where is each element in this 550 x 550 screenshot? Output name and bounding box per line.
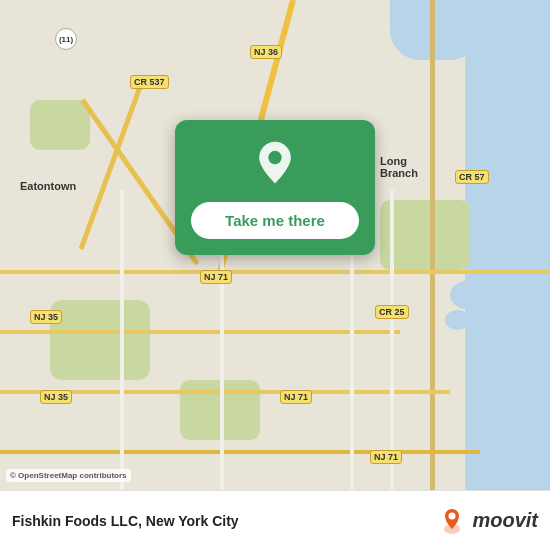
road-v1	[120, 190, 124, 490]
svg-point-0	[268, 151, 281, 164]
moovit-icon	[438, 507, 466, 535]
bottom-bar: Fishkin Foods LLC, New York City moovit	[0, 490, 550, 550]
road-v3	[350, 240, 354, 490]
osm-attribution: © OpenStreetMap contributors	[6, 469, 131, 482]
green-area-1	[50, 300, 150, 380]
road-label-nj71-2: NJ 71	[280, 390, 312, 404]
road-h1	[0, 270, 550, 274]
place-label-eatontown: Eatontown	[20, 180, 76, 192]
green-area-3	[30, 100, 90, 150]
road-vertical-right	[430, 0, 435, 490]
take-me-there-button[interactable]: Take me there	[191, 202, 359, 239]
water-inlet1	[450, 280, 490, 310]
road-label-nj36-top: NJ 36	[250, 45, 282, 59]
road-h2	[0, 330, 400, 334]
road-label-nj35-1: NJ 35	[30, 310, 62, 324]
water-ocean	[465, 0, 550, 490]
road-h4	[0, 450, 480, 454]
road-label-11: (11)	[55, 28, 77, 50]
location-name: Fishkin Foods LLC, New York City	[12, 513, 239, 529]
road-v4	[390, 190, 394, 490]
bottom-info: Fishkin Foods LLC, New York City	[12, 513, 239, 529]
svg-point-2	[449, 512, 456, 519]
road-label-nj71-1: NJ 71	[200, 270, 232, 284]
map-container: NJ 36 NJ 36 CR 537 NJ 71 NJ 71 NJ 71 NJ …	[0, 0, 550, 490]
road-label-cr25: CR 25	[375, 305, 409, 319]
place-label-long-branch: LongBranch	[380, 155, 418, 179]
road-label-nj35-2: NJ 35	[40, 390, 72, 404]
card-overlay: Take me there	[175, 120, 375, 255]
location-pin-icon	[250, 140, 300, 190]
moovit-logo: moovit	[438, 507, 538, 535]
road-label-nj71-3: NJ 71	[370, 450, 402, 464]
water-inlet2	[445, 310, 470, 330]
road-label-cr57: CR 57	[455, 170, 489, 184]
road-label-cr537: CR 537	[130, 75, 169, 89]
moovit-text: moovit	[472, 509, 538, 532]
